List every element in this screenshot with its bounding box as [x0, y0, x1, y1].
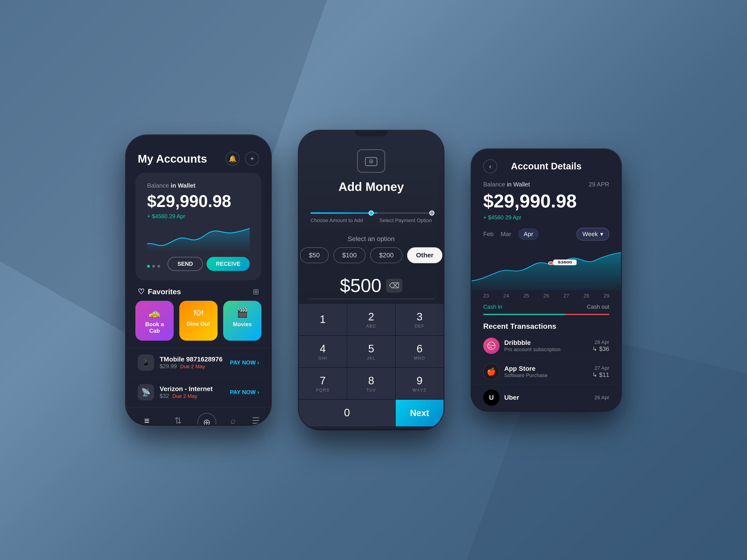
bill-row-tmobile: 📱 TMobile 9871628976 $29.99 Due 2 May PA… [126, 348, 271, 377]
p1-title: My Accounts [138, 152, 207, 165]
nav-transfers[interactable]: ⇅ Transfers [168, 416, 189, 425]
key-9-num: 9 [417, 374, 423, 387]
month-mar[interactable]: Mar [501, 231, 511, 238]
p3-bal-row: Balance in Wallet 29 APR [483, 181, 609, 188]
key-5-num: 5 [368, 342, 374, 355]
tx-uber: U Uber 26 Apr [471, 385, 621, 411]
dribbble-amount: ↳ $36 [592, 345, 609, 352]
stepper-thumb-end [429, 211, 434, 216]
nav-search[interactable]: ⌕ Search [225, 416, 241, 425]
x-label-25: 25 [523, 293, 529, 299]
transfers-icon: ⇅ [174, 416, 182, 425]
stepper-labels: Choose Amount to Add Select Payment Opti… [310, 217, 432, 223]
cab-label: Book a Cab [140, 321, 169, 334]
add-button[interactable]: + [245, 152, 259, 166]
x-label-29: 29 [603, 293, 609, 299]
tx-appstore: 🍎 App Store Software Purchase 27 Apr ↳ $… [471, 359, 621, 385]
step1-label: Choose Amount to Add [310, 217, 363, 223]
movies-button[interactable]: 🎬 Movies [223, 301, 261, 341]
p3-change: + $4560 29 Apr [483, 214, 609, 221]
key-9[interactable]: 9 WXYZ [396, 368, 443, 399]
p3-date: 29 APR [589, 181, 609, 188]
grid-icon[interactable]: ⊞ [253, 287, 259, 296]
phone-1: My Accounts 🔔 + Balance in Wallet $29,99… [126, 135, 271, 425]
book-a-cab-button[interactable]: 🚕 Book a Cab [135, 301, 174, 341]
key-4[interactable]: 4 GHI [299, 336, 347, 367]
key-0[interactable]: 0 [299, 400, 395, 426]
send-button[interactable]: SEND [168, 257, 203, 271]
key-8[interactable]: 8 TUV [347, 368, 395, 399]
tmobile-info: TMobile 9871628976 $29.99 Due 2 May [160, 355, 224, 370]
key-7-num: 7 [320, 374, 326, 387]
accounts-icon: ≡ [144, 416, 149, 425]
dine-out-button[interactable]: 🍽 Dine Out [179, 301, 217, 341]
phone-2-inner: Add Money Choose Amount to Add Select Pa… [299, 131, 443, 429]
dot-3 [157, 265, 160, 268]
stepper: Choose Amount to Add Select Payment Opti… [299, 212, 443, 223]
p3-chart: $3800 [471, 243, 621, 291]
bottom-nav: ≡ Accounts ⇅ Transfers ⊕ ⌕ Search ☰ More [126, 407, 271, 425]
verizon-due: Due 2 May [173, 393, 197, 399]
key-6-num: 6 [417, 342, 423, 355]
nav-add-button[interactable]: ⊕ [198, 413, 216, 425]
notification-button[interactable]: 🔔 [226, 152, 239, 166]
appstore-date: 27 Apr [592, 365, 609, 371]
key-9-letters: WXYZ [412, 388, 427, 393]
keypad: 1 2 ABC 3 DEF 4 GHI [299, 304, 443, 426]
cash-in-label: Cash in [483, 303, 502, 310]
key-7[interactable]: 7 PQRS [299, 368, 347, 399]
key-5[interactable]: 5 JKL [347, 336, 395, 367]
uber-amount-info: 26 Apr [594, 395, 609, 401]
balance-change: + $4560 29 Apr [147, 213, 250, 219]
balance-card: Balance in Wallet $29,990.98 + $4560 29 … [135, 173, 261, 280]
nav-accounts[interactable]: ≡ Accounts [135, 416, 158, 425]
appstore-amount: ↳ $11 [592, 371, 609, 378]
x-label-26: 26 [543, 293, 549, 299]
heart-icon: ♡ [138, 287, 145, 296]
option-50[interactable]: $50 [300, 247, 329, 263]
week-dropdown[interactable]: Week ▾ [576, 228, 609, 241]
add-money-icon [357, 149, 385, 173]
option-other[interactable]: Other [407, 247, 442, 263]
key-6[interactable]: 6 MNO [396, 336, 443, 367]
key-1[interactable]: 1 [299, 304, 347, 335]
dots-indicator [147, 262, 160, 271]
balance-label: Balance in Wallet [147, 182, 250, 189]
tmobile-icon: 📱 [138, 354, 154, 371]
appstore-name: App Store [504, 365, 588, 372]
p3-amount: $29,990.98 [483, 190, 609, 212]
amount-display: $500 ⌫ [308, 270, 434, 299]
bill-row-verizon: 📡 Verizon - Internet $32 Due 2 May PAY N… [126, 377, 271, 407]
option-buttons: $50 $100 $200 Other [299, 247, 443, 263]
tmobile-pay-now[interactable]: PAY NOW › [230, 359, 259, 366]
uber-info: Uber [504, 394, 590, 401]
backspace-button[interactable]: ⌫ [386, 278, 403, 293]
nav-more[interactable]: ☰ More [250, 416, 262, 425]
month-apr[interactable]: Apr [518, 228, 539, 240]
key-3[interactable]: 3 DEF [396, 304, 443, 335]
key-2[interactable]: 2 ABC [347, 304, 395, 335]
option-200[interactable]: $200 [370, 247, 403, 263]
key-4-letters: GHI [318, 356, 327, 361]
key-2-num: 2 [368, 310, 374, 323]
balance-label-bold: in Wallet [171, 182, 196, 189]
next-button[interactable]: Next [396, 400, 443, 426]
cash-flow: Cash in Cash out [471, 301, 621, 314]
svg-point-7 [488, 342, 495, 349]
favorites-title: ♡ Favorites [138, 287, 181, 296]
favorites-section-header: ♡ Favorites ⊞ [126, 280, 271, 301]
dot-1 [147, 265, 150, 268]
option-100[interactable]: $100 [333, 247, 365, 263]
movies-label: Movies [233, 321, 252, 328]
search-icon: ⌕ [230, 416, 236, 425]
back-button[interactable]: ‹ [483, 159, 497, 174]
month-feb[interactable]: Feb [483, 231, 494, 238]
stepper-track [310, 212, 432, 214]
mic-bar: 🎙 [299, 426, 443, 429]
phone-3-inner: ‹ Account Details Balance in Wallet 29 A… [471, 149, 621, 411]
receive-button[interactable]: RECEIVE [207, 257, 250, 271]
stepper-thumb-start[interactable] [368, 211, 374, 216]
movies-icon: 🎬 [236, 307, 248, 318]
keypad-grid: 1 2 ABC 3 DEF 4 GHI [299, 304, 443, 426]
verizon-pay-now[interactable]: PAY NOW › [230, 389, 259, 396]
